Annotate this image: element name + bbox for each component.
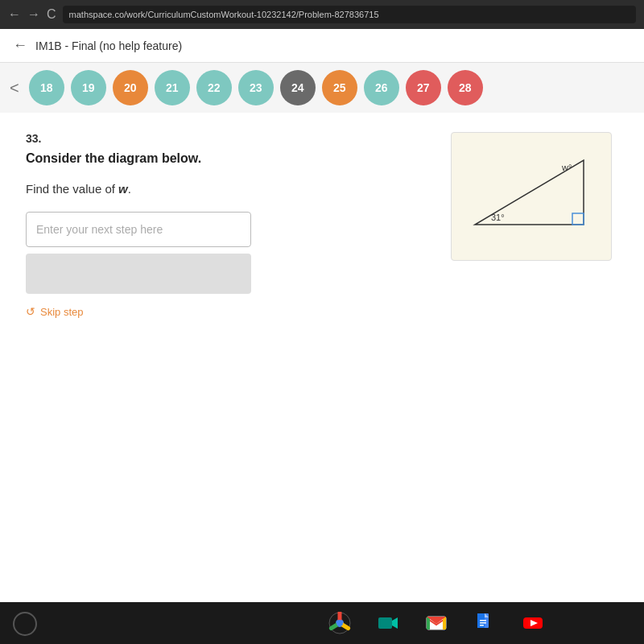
page: ← IM1B - Final (no help feature) < 18 19… (0, 29, 644, 644)
refresh-button[interactable]: C (47, 7, 56, 22)
forward-button[interactable]: → (27, 7, 40, 22)
svg-rect-15 (480, 620, 486, 621)
problem-circle-18[interactable]: 18 (29, 70, 64, 105)
problem-circle-28[interactable]: 28 (448, 70, 483, 105)
svg-rect-16 (480, 622, 486, 624)
svg-rect-7 (378, 617, 392, 629)
problem-circle-21[interactable]: 21 (155, 70, 190, 105)
chevron-left-icon[interactable]: < (6, 79, 23, 97)
problem-circle-20[interactable]: 20 (113, 70, 148, 105)
chrome-icon[interactable] (325, 609, 354, 638)
gmail-icon[interactable] (422, 609, 451, 638)
os-circle (13, 612, 37, 636)
url-text: mathspace.co/work/CurriculumCustomWorkou… (69, 10, 379, 19)
step-input[interactable] (26, 212, 251, 247)
browser-bar: ← → C mathspace.co/work/CurriculumCustom… (0, 0, 644, 29)
problem-circle-25[interactable]: 25 (322, 70, 357, 105)
problem-circle-23[interactable]: 23 (238, 70, 274, 105)
problem-circle-26[interactable]: 26 (364, 70, 399, 105)
svg-rect-1 (572, 213, 584, 225)
back-button[interactable]: ← (8, 7, 21, 22)
svg-marker-8 (392, 617, 398, 629)
skip-step-button[interactable]: ↺ Skip step (26, 305, 618, 318)
main-content: 33. Consider the diagram below. 31° w° F… (0, 113, 644, 602)
svg-point-6 (336, 620, 343, 626)
skip-icon: ↺ (26, 305, 35, 318)
diagram-container: 31° w° (451, 132, 612, 261)
youtube-icon[interactable] (518, 609, 547, 638)
problem-circle-19[interactable]: 19 (71, 70, 106, 105)
keyboard-area (26, 254, 251, 294)
svg-text:w°: w° (561, 163, 572, 172)
triangle-diagram: 31° w° (467, 148, 596, 245)
docs-icon[interactable] (470, 609, 499, 638)
top-nav: ← IM1B - Final (no help feature) (0, 29, 644, 63)
problem-circle-27[interactable]: 27 (406, 70, 441, 105)
problem-circle-22[interactable]: 22 (196, 70, 232, 105)
address-bar[interactable]: mathspace.co/work/CurriculumCustomWorkou… (63, 6, 636, 23)
nav-title: IM1B - Final (no help feature) (35, 39, 182, 52)
svg-text:31°: 31° (491, 213, 505, 222)
svg-rect-17 (480, 625, 484, 626)
meet-icon[interactable] (374, 609, 402, 638)
problem-circle-24[interactable]: 24 (280, 70, 316, 105)
nav-back-button[interactable]: ← (13, 37, 27, 54)
problem-nav: < 18 19 20 21 22 23 24 25 26 27 28 (0, 63, 644, 113)
taskbar (0, 602, 644, 644)
skip-text: Skip step (40, 306, 83, 318)
